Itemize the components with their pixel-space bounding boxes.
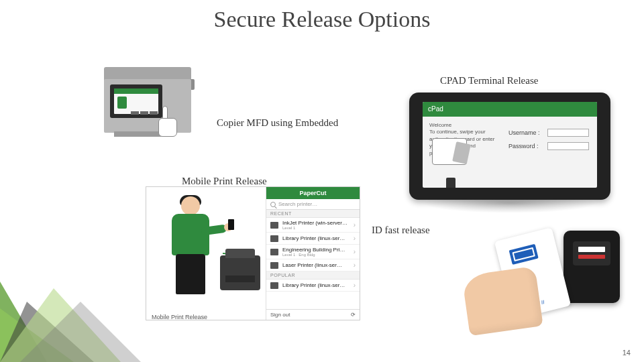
- person-icon: [156, 196, 229, 304]
- label-copier: Copier MFD using Embedded: [217, 117, 338, 129]
- svg-marker-3: [0, 288, 121, 362]
- phone-search: Search printer…: [266, 199, 360, 210]
- cpad-titlebar: cPad: [423, 102, 597, 117]
- printer-icon: [270, 222, 278, 229]
- svg-marker-2: [0, 302, 94, 362]
- svg-marker-1: [0, 308, 74, 362]
- illustration-mobile-print: PaperCut Search printer… RECENT InkJet P…: [146, 186, 360, 320]
- list-item: Library Printer (linux-ser…›: [266, 280, 360, 292]
- cpad-welcome: Welcome: [429, 122, 496, 129]
- page-number: 14: [623, 349, 631, 357]
- slide-title: Secure Release Options: [0, 7, 644, 32]
- phone-app-title: PaperCut: [266, 187, 360, 199]
- refresh-icon: ⟳: [351, 312, 356, 318]
- printer-icon: [270, 235, 278, 242]
- chevron-right-icon: ›: [354, 261, 356, 269]
- decorative-corner-icon: [0, 261, 148, 362]
- hand-pointer-icon: [158, 106, 186, 146]
- chevron-right-icon: ›: [354, 282, 356, 289]
- hand-icon: [462, 266, 543, 336]
- list-item: Laser Printer (linux-ser…›: [266, 259, 360, 272]
- phone-section-popular: POPULAR: [266, 272, 360, 280]
- chevron-right-icon: ›: [354, 235, 356, 242]
- phone-search-placeholder: Search printer…: [278, 201, 317, 207]
- svg-marker-0: [0, 282, 47, 362]
- phone-mockup: PaperCut Search printer… RECENT InkJet P…: [266, 187, 360, 320]
- cpad-password-label: Password :: [508, 143, 539, 149]
- illustration-copier-mfd: [87, 67, 201, 161]
- chevron-right-icon: ›: [354, 221, 356, 229]
- search-icon: [270, 202, 276, 207]
- list-item: InkJet Printer (win-server…Level 1›: [266, 218, 360, 233]
- printer-icon: [220, 255, 260, 290]
- chevron-right-icon: ›: [354, 248, 356, 255]
- cpad-username-label: Username :: [508, 129, 540, 136]
- swipe-card-icon: [432, 138, 467, 165]
- printer-icon: [270, 249, 278, 255]
- list-item: Engineering Building Pri…Level 1 · Eng B…: [266, 245, 360, 259]
- list-item: Library Printer (linux-ser…›: [266, 233, 360, 245]
- printer-icon: [270, 282, 278, 289]
- label-cpad: CPAD Terminal Release: [440, 75, 538, 86]
- cpad-username-input: [547, 129, 589, 137]
- illustration-cpad-terminal: cPad Welcome To continue, swipe your aut…: [402, 93, 624, 220]
- cpad-password-input: [547, 142, 589, 150]
- illustration-id-fast-release: ProxCard II: [466, 224, 627, 331]
- printer-icon: [270, 262, 278, 269]
- phone-signout: Sign out: [270, 312, 290, 318]
- label-mobile: Mobile Print Release: [182, 176, 267, 187]
- hid-logo-icon: [509, 244, 539, 265]
- phone-section-recent: RECENT: [266, 210, 360, 218]
- mobile-caption: Mobile Print Release: [152, 314, 207, 320]
- slide: Secure Release Options CPAD Terminal Rel…: [0, 0, 644, 362]
- label-idfast: ID fast release: [372, 225, 430, 236]
- svg-marker-4: [20, 302, 141, 362]
- card-reader-icon: [564, 231, 620, 303]
